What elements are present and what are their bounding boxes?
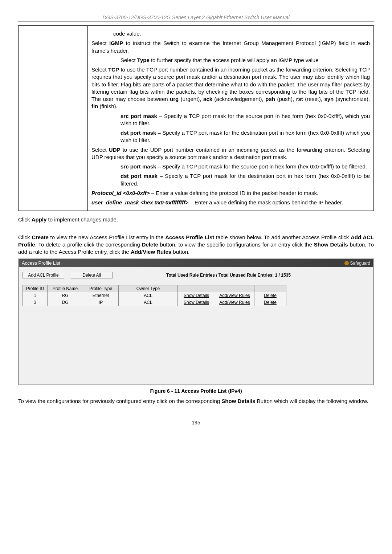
text: to use the UDP port number contained in … xyxy=(91,147,370,160)
add-acl-profile-button[interactable]: Add ACL Profile xyxy=(23,272,64,278)
text: to instruct the Switch to examine the In… xyxy=(91,40,370,53)
tcp-src: src port mask – Specify a TCP port mask … xyxy=(91,113,370,127)
col-show-details xyxy=(178,285,215,292)
page-number: 195 xyxy=(18,420,374,425)
col-profile-id: Profile ID xyxy=(23,285,48,292)
access-profile-list-screenshot: Access Profile List Safeguard Add ACL Pr… xyxy=(18,258,374,385)
bold: Show Details xyxy=(221,398,255,404)
bold: Apply xyxy=(32,216,47,223)
description-table: code value. Select IGMP to instruct the … xyxy=(18,25,374,211)
bold: Create xyxy=(32,234,49,240)
col-add-view xyxy=(215,285,254,292)
text: (push), xyxy=(275,96,296,102)
text: to implement changes made. xyxy=(46,216,118,223)
text: – Specify a TCP port mask for the destin… xyxy=(121,173,370,186)
table-row: 1 RG Ethernet ACL Show Details Add/View … xyxy=(23,292,286,299)
tcp-para: Select TCP to use the TCP port number co… xyxy=(91,66,370,110)
show-details-button[interactable]: Show Details xyxy=(182,293,211,298)
bold: rst xyxy=(296,96,303,102)
bold: Delete xyxy=(142,241,158,248)
delete-button[interactable]: Delete xyxy=(262,293,278,298)
bold: urg xyxy=(170,96,179,102)
text: table shown below. To add another Access… xyxy=(214,234,351,240)
col-profile-name: Profile Name xyxy=(48,285,83,292)
cell-id: 1 xyxy=(23,292,48,299)
protocol-id-para: Protocol_id <0x0-0xff> – Enter a value d… xyxy=(91,190,370,197)
footer-para: To view the configurations for previousl… xyxy=(18,398,374,405)
table-header-row: Profile ID Profile Name Profile Type Own… xyxy=(23,285,286,292)
bold: src port mask xyxy=(121,163,156,170)
bold: Type xyxy=(137,57,150,63)
code-value-line: code value. xyxy=(91,30,370,37)
text: – Specify a TCP port mask for the source… xyxy=(156,163,367,170)
cell-name: RG xyxy=(48,292,83,299)
toolbar: Add ACL Profile Delete All Total Used Ru… xyxy=(23,272,369,278)
safeguard-icon xyxy=(344,261,349,265)
text: Select xyxy=(91,40,109,46)
text: to further specify that the access profi… xyxy=(150,57,319,63)
safeguard-label: Safeguard xyxy=(350,261,370,266)
text: – Specify a TCP port mask for the source… xyxy=(121,113,370,126)
add-view-rules-button[interactable]: Add/View Rules xyxy=(218,300,252,305)
text: button. xyxy=(171,249,189,255)
cell-type: IP xyxy=(83,299,119,306)
text: Select xyxy=(91,147,109,153)
text: (synchronize), xyxy=(334,96,370,102)
text: To view the configurations for previousl… xyxy=(18,398,221,404)
figure-caption: Figure 6 - 11 Access Profile List (IPv4) xyxy=(18,388,374,394)
bold: syn xyxy=(324,96,334,102)
col-delete xyxy=(254,285,286,292)
text: (finish). xyxy=(98,103,117,109)
udp-para: Select UDP to use the UDP port number co… xyxy=(91,146,370,161)
delete-button[interactable]: Delete xyxy=(262,300,278,305)
text: – Enter a value defining the mask option… xyxy=(188,199,343,205)
cell-name: DG xyxy=(48,299,83,306)
delete-all-button[interactable]: Delete All xyxy=(71,272,113,278)
window-body: Add ACL Profile Delete All Total Used Ru… xyxy=(19,267,373,384)
window-titlebar: Access Profile List Safeguard xyxy=(19,259,373,267)
bold: ack xyxy=(203,96,212,102)
bold: src port mask xyxy=(121,113,157,119)
bold: Show Details xyxy=(314,241,348,248)
show-details-button[interactable]: Show Details xyxy=(182,300,211,305)
text: . To delete a profile click the correspo… xyxy=(35,241,142,248)
col-owner-type: Owner Type xyxy=(119,285,178,292)
rule-entries-info: Total Used Rule Entries / Total Unused R… xyxy=(166,273,291,278)
cell-owner: ACL xyxy=(119,299,178,306)
safeguard-badge: Safeguard xyxy=(344,261,370,266)
text: – Enter a value defining the protocol ID… xyxy=(150,190,318,196)
user-define-para: user_define_mask <hex 0x0-0xffffffff> – … xyxy=(91,199,370,206)
udp-dst: dst port mask – Specify a TCP port mask … xyxy=(91,172,370,187)
cell-type: Ethernet xyxy=(83,292,119,299)
bold-italic: user_define_mask <hex 0x0-0xffffffff> xyxy=(91,199,188,205)
cell-id: 3 xyxy=(23,299,48,306)
igmp-para: Select IGMP to instruct the Switch to ex… xyxy=(91,40,370,54)
udp-src: src port mask – Specify a TCP port mask … xyxy=(91,163,370,170)
tcp-dst: dst port mask – Specify a TCP port mask … xyxy=(91,129,370,144)
profile-table: Profile ID Profile Name Profile Type Own… xyxy=(23,285,286,306)
bold: IGMP xyxy=(109,40,123,46)
bold: Access Profile List xyxy=(165,234,214,240)
text: to view the new Access Profile List entr… xyxy=(49,234,165,240)
text: Button which will display the following … xyxy=(256,398,368,404)
bold: TCP xyxy=(108,66,119,73)
text: Select xyxy=(91,66,108,73)
text: button, to view the specific configurati… xyxy=(158,241,314,248)
bold: dst port mask xyxy=(121,130,156,136)
bold: fin xyxy=(91,103,98,109)
add-view-rules-button[interactable]: Add/View Rules xyxy=(218,293,252,298)
text: Click xyxy=(18,216,32,223)
bold: dst port mask xyxy=(121,173,158,179)
text: – Specify a TCP port mask for the destin… xyxy=(121,130,370,143)
table-row: 3 DG IP ACL Show Details Add/View Rules … xyxy=(23,299,286,306)
bold-italic: Protocol_id <0x0-0xff> xyxy=(91,190,150,196)
create-para: Click Create to view the new Access Prof… xyxy=(18,234,374,256)
text: (acknowledgement), xyxy=(212,96,265,102)
apply-para: Click Apply to implement changes made. xyxy=(18,216,374,223)
text: (urgent), xyxy=(179,96,203,102)
cell-owner: ACL xyxy=(119,292,178,299)
window-title: Access Profile List xyxy=(22,260,60,266)
desc-right-cell: code value. Select IGMP to instruct the … xyxy=(88,26,374,211)
text: Click xyxy=(18,234,32,240)
doc-header: DGS-3700-12/DGS-3700-12G Series Layer 2 … xyxy=(18,15,374,22)
